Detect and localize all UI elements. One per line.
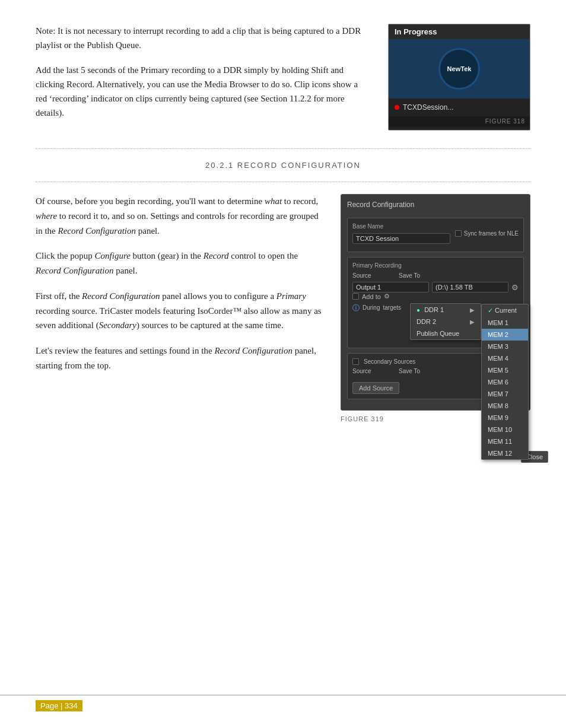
- record-panel: Record Configuration Base Name TCXD Sess…: [341, 194, 530, 411]
- during-label: During: [363, 304, 380, 311]
- figure-318: In Progress NewTek TCXDSession... FIGURE…: [388, 24, 530, 131]
- primary-recording-section: Primary Recording Source Save To Output …: [347, 257, 524, 348]
- sync-checkbox[interactable]: [455, 230, 462, 237]
- menu-item-ddr2[interactable]: DDR 2 ▶: [411, 316, 481, 328]
- submenu-popup: ✓ Current MEM 1 MEM 2 MEM 3 MEM 4 MEM 5 …: [481, 304, 529, 460]
- targets-label: targets: [383, 304, 401, 311]
- note-paragraph1: Note: It is not necessary to interrupt r…: [36, 24, 370, 52]
- menu-item-publish-queue[interactable]: Publish Queue: [411, 328, 481, 339]
- submenu-item-mem10[interactable]: MEM 10: [482, 424, 528, 435]
- record-p4: Let's review the features and settings f…: [36, 344, 323, 373]
- newtek-logo: NewTek: [438, 48, 480, 90]
- figure-318-header: In Progress: [389, 24, 530, 39]
- ddr1-arrow-icon: ▶: [470, 307, 475, 313]
- note-paragraph2: Add the last 5 seconds of the Primary re…: [36, 63, 370, 120]
- source-label: Source: [352, 272, 382, 279]
- output-dropdown[interactable]: Output 1: [352, 282, 429, 293]
- base-name-field[interactable]: TCXD Session: [352, 233, 450, 244]
- secondary-label: Secondary Sources: [364, 358, 415, 365]
- top-section: Note: It is not necessary to interrupt r…: [36, 24, 530, 131]
- base-name-section: Base Name TCXD Session Sync frames for N…: [347, 218, 524, 252]
- dropdown-overlay: ● DDR 1 ▶ DDR 2 ▶ Pub: [410, 303, 481, 340]
- submenu-item-mem1[interactable]: MEM 1: [482, 317, 528, 329]
- section-divider2: [36, 182, 530, 182]
- secondary-checkbox[interactable]: [352, 358, 359, 365]
- base-name-row: Base Name TCXD Session Sync frames for N…: [352, 223, 519, 244]
- submenu-item-mem9[interactable]: MEM 9: [482, 412, 528, 424]
- during-row: ⓘ During targets ● DDR 1: [352, 303, 519, 340]
- gear-icon[interactable]: ⚙: [511, 283, 519, 292]
- record-panel-container: Record Configuration Base Name TCXD Sess…: [341, 194, 530, 422]
- add-to-row: Add to ⚙: [352, 293, 519, 300]
- secondary-saveto-label: Save To: [399, 368, 420, 374]
- add-to-checkbox[interactable]: [352, 293, 359, 300]
- record-p3: First off, the Record Configuration pane…: [36, 289, 323, 333]
- record-section: Of course, before you begin recording, y…: [36, 194, 530, 422]
- section-divider: [36, 148, 530, 149]
- figure-318-label: FIGURE 318: [389, 116, 530, 126]
- sync-check: Sync frames for NLE: [455, 230, 519, 237]
- submenu-item-mem6[interactable]: MEM 6: [482, 376, 528, 388]
- submenu-item-mem11[interactable]: MEM 11: [482, 435, 528, 447]
- page-footer: Page | 334: [0, 695, 566, 716]
- figure-318-image: NewTek: [389, 39, 530, 98]
- sync-label: Sync frames for NLE: [464, 230, 519, 237]
- base-name-label: Base Name: [352, 223, 450, 230]
- page-content: Note: It is not necessary to interrupt r…: [0, 0, 566, 458]
- source-dropdown-row: Output 1 (D:\) 1.58 TB ⚙: [352, 282, 519, 293]
- red-dot-icon: [395, 105, 399, 110]
- record-p1: Of course, before you begin recording, y…: [36, 194, 323, 238]
- source-saveto-labels: Source Save To: [352, 272, 519, 279]
- submenu-item-mem5[interactable]: MEM 5: [482, 364, 528, 376]
- secondary-source-label: Source: [352, 368, 382, 374]
- record-text: Of course, before you begin recording, y…: [36, 194, 323, 422]
- figure-318-status: TCXDSession...: [389, 98, 530, 116]
- submenu-item-mem4[interactable]: MEM 4: [482, 352, 528, 364]
- add-to-label: Add to: [362, 293, 381, 300]
- submenu-item-current[interactable]: ✓ Current: [482, 304, 528, 317]
- submenu-item-mem8[interactable]: MEM 8: [482, 400, 528, 412]
- saveto-label: Save To: [399, 272, 420, 279]
- menu-item-ddr1[interactable]: ● DDR 1 ▶: [411, 304, 481, 316]
- page-number: Page | 334: [36, 700, 82, 711]
- primary-recording-label: Primary Recording: [352, 262, 519, 269]
- info-icon: ⓘ: [352, 303, 360, 313]
- submenu-item-mem12[interactable]: MEM 12: [482, 447, 528, 459]
- menu-popup: ● DDR 1 ▶ DDR 2 ▶ Pub: [410, 303, 481, 340]
- panel-title: Record Configuration: [347, 201, 524, 212]
- top-text: Note: It is not necessary to interrupt r…: [36, 24, 370, 131]
- submenu-item-mem3[interactable]: MEM 3: [482, 341, 528, 352]
- submenu-item-mem2[interactable]: MEM 2: [482, 329, 528, 341]
- add-source-button[interactable]: Add Source: [352, 382, 399, 394]
- save-path-dropdown[interactable]: (D:\) 1.58 TB: [432, 282, 508, 293]
- record-p2: Click the popup Configure button (gear) …: [36, 249, 323, 278]
- submenu-item-mem7[interactable]: MEM 7: [482, 388, 528, 400]
- ddr2-arrow-icon: ▶: [470, 319, 475, 325]
- section-title: 20.2.1 RECORD CONFIGURATION: [36, 161, 530, 170]
- add-to-gear-icon[interactable]: ⚙: [384, 293, 390, 300]
